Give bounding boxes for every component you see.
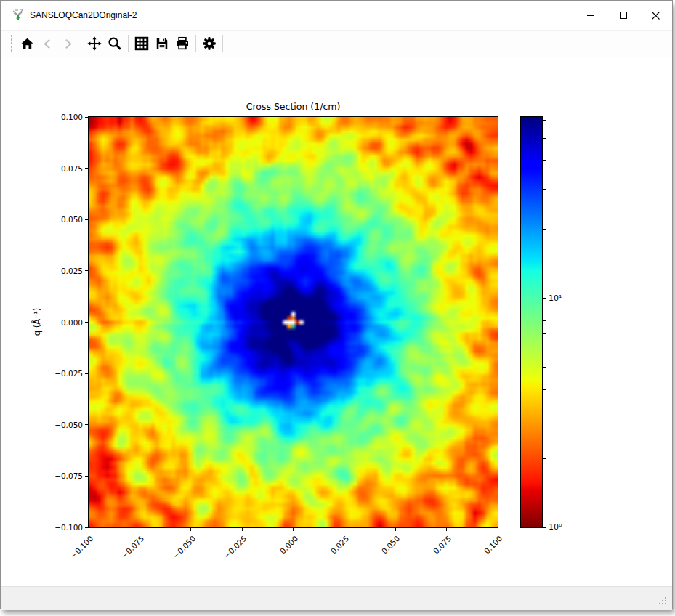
colorbar-minor-tick <box>543 160 546 161</box>
toolbar-separator <box>128 35 129 52</box>
colorbar-minor-tick <box>543 120 546 121</box>
y-tick-label: 0.050 <box>45 214 83 224</box>
back-button[interactable] <box>38 33 57 54</box>
resize-grip[interactable] <box>658 597 666 606</box>
minimize-icon <box>586 11 595 20</box>
toolbar-separator <box>222 35 223 52</box>
print-icon <box>175 36 190 51</box>
x-tick <box>498 528 498 531</box>
y-tick-label: −0.075 <box>45 471 83 481</box>
app-icon <box>12 9 25 22</box>
customize-button[interactable] <box>200 33 219 54</box>
home-button[interactable] <box>17 33 37 54</box>
toolbar-separator <box>81 35 81 52</box>
maximize-icon <box>619 11 628 20</box>
x-tick <box>140 528 140 531</box>
grid-button[interactable] <box>132 33 152 54</box>
colorbar-tick-label: 10¹ <box>549 293 562 304</box>
gear-icon <box>202 36 217 51</box>
y-tick <box>85 527 88 528</box>
y-tick-label: 0.025 <box>45 266 83 276</box>
colorbar-minor-tick <box>543 418 546 418</box>
x-tick <box>446 528 447 531</box>
x-tick <box>395 528 396 531</box>
y-tick <box>85 373 88 374</box>
y-tick <box>85 168 88 169</box>
forward-arrow-icon <box>61 37 75 51</box>
plot-title: Cross Section (1/cm) <box>89 101 498 112</box>
status-bar <box>1 586 672 610</box>
maximize-button[interactable] <box>607 1 639 30</box>
y-tick-label: −0.050 <box>45 420 83 430</box>
colorbar-minor-tick <box>543 309 546 309</box>
back-arrow-icon <box>41 37 54 51</box>
y-tick-label: 0.100 <box>45 112 83 122</box>
save-icon <box>155 36 169 51</box>
x-tick <box>293 528 294 531</box>
colorbar-minor-tick <box>543 367 546 368</box>
y-tick-label: −0.100 <box>45 522 83 532</box>
y-tick-label: 0.075 <box>45 163 83 174</box>
y-tick <box>85 219 88 220</box>
x-tick <box>89 528 89 531</box>
colorbar-minor-tick <box>543 138 546 139</box>
colorbar-minor-tick <box>543 389 546 390</box>
y-axis-label: q (Å⁻¹) <box>32 271 42 373</box>
x-tick <box>344 528 344 531</box>
colorbar-minor-tick <box>543 189 546 190</box>
plot-toolbar <box>1 30 672 57</box>
colorbar-major-tick <box>543 527 546 528</box>
heatmap-canvas[interactable] <box>88 116 498 528</box>
x-tick <box>190 528 191 531</box>
plot-window: SANSLOQCan2DOriginal-2 <box>0 0 673 609</box>
minimize-button[interactable] <box>574 1 607 30</box>
colorbar-canvas[interactable] <box>520 116 543 528</box>
pan-button[interactable] <box>85 33 105 54</box>
zoom-button[interactable] <box>105 33 125 54</box>
colorbar-tick-label: 10⁰ <box>549 522 562 532</box>
y-tick <box>85 424 88 425</box>
x-tick <box>242 528 243 531</box>
y-tick <box>85 322 88 323</box>
colorbar-minor-tick <box>543 333 546 334</box>
window-title: SANSLOQCan2DOriginal-2 <box>30 10 137 20</box>
toolbar-separator <box>195 35 196 52</box>
figure-area: Cross Section (1/cm) q (Å⁻¹) q (Å⁻¹) −0.… <box>1 57 672 586</box>
save-button[interactable] <box>153 33 172 54</box>
colorbar-major-tick <box>543 298 546 299</box>
colorbar-minor-tick <box>543 229 546 230</box>
title-bar[interactable]: SANSLOQCan2DOriginal-2 <box>1 1 672 30</box>
colorbar-minor-tick <box>543 458 546 459</box>
forward-button[interactable] <box>58 33 78 54</box>
y-tick-label: −0.025 <box>45 368 83 378</box>
y-tick <box>85 270 88 271</box>
y-tick-label: 0.000 <box>45 317 83 328</box>
y-tick <box>85 117 88 118</box>
toolbar-drag-handle[interactable] <box>8 34 12 53</box>
y-tick <box>85 476 88 477</box>
colorbar-minor-tick <box>543 320 546 321</box>
colorbar-minor-tick <box>543 349 546 349</box>
home-icon <box>20 37 34 51</box>
close-icon <box>651 11 660 20</box>
grid-icon <box>134 36 149 51</box>
close-button[interactable] <box>639 1 672 30</box>
print-button[interactable] <box>173 33 193 54</box>
zoom-icon <box>108 36 122 51</box>
pan-icon <box>87 36 102 51</box>
